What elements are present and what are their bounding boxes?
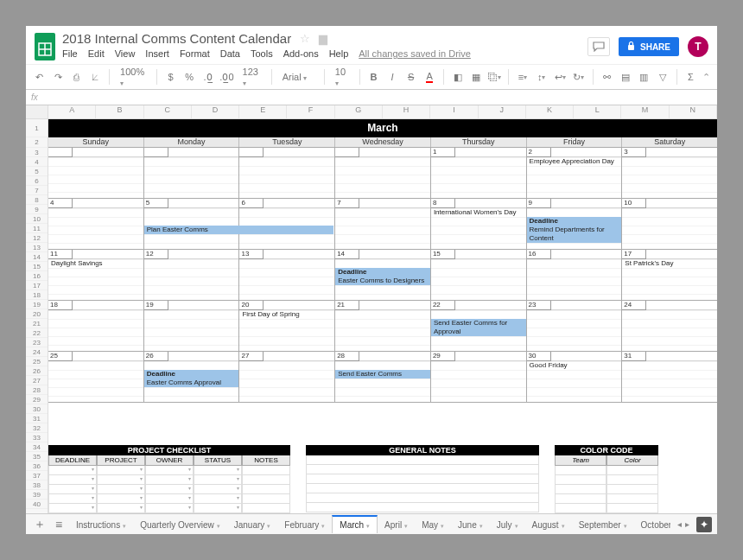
checklist-cell[interactable] (242, 475, 290, 485)
checklist-cell[interactable] (242, 485, 290, 494)
sheet-tab[interactable]: January▾ (227, 516, 278, 533)
row-header[interactable]: 30 (26, 404, 48, 414)
row-header[interactable]: 34 (26, 442, 48, 452)
calendar-event[interactable]: Remind Departments for Content (527, 226, 622, 243)
colorcode-cell[interactable] (606, 494, 658, 504)
menu-view[interactable]: View (115, 48, 136, 59)
row-header[interactable]: 16 (26, 271, 48, 281)
column-header[interactable]: E (239, 105, 287, 118)
column-header[interactable]: B (96, 105, 143, 118)
checklist-cell[interactable] (194, 475, 242, 485)
checklist-cell[interactable] (97, 466, 145, 475)
checklist-cell[interactable] (194, 504, 242, 513)
checklist-cell[interactable] (145, 475, 194, 485)
menu-file[interactable]: File (62, 48, 78, 59)
all-sheets-button[interactable]: ≡ (50, 514, 67, 534)
checklist-cell[interactable] (48, 475, 97, 485)
day-cell[interactable]: 3 (622, 148, 717, 198)
formula-bar[interactable]: fx (26, 90, 717, 105)
checklist-cell[interactable] (97, 485, 145, 494)
day-cell[interactable]: 20First Day of Spring (239, 301, 335, 351)
sheet-tab[interactable]: September▾ (572, 516, 634, 533)
row-header[interactable]: 4 (26, 157, 48, 167)
checklist-cell[interactable] (242, 494, 290, 504)
font-size-select[interactable]: 10 (332, 67, 352, 87)
font-select[interactable]: Arial (279, 72, 317, 82)
checklist-cell[interactable] (48, 494, 97, 504)
checklist-cell[interactable] (242, 504, 290, 513)
undo-button[interactable]: ↶ (33, 69, 47, 85)
paint-format-button[interactable]: ⟀ (89, 69, 103, 85)
row-header[interactable]: 8 (26, 195, 48, 205)
decrease-decimal[interactable]: .0̲ (201, 69, 215, 85)
row-header[interactable]: 13 (26, 243, 48, 252)
column-header[interactable]: I (430, 105, 478, 118)
column-header[interactable]: A (48, 105, 96, 118)
day-cell[interactable]: 27 (239, 352, 335, 402)
column-header[interactable]: G (335, 105, 383, 118)
day-cell[interactable]: 17St Patrick's Day (622, 250, 717, 300)
day-cell[interactable]: 16 (527, 250, 623, 300)
row-header[interactable]: 19 (26, 300, 48, 309)
calendar-event[interactable]: First Day of Spring (239, 310, 334, 319)
colorcode-cell[interactable] (606, 485, 658, 494)
number-format-select[interactable]: 123 (239, 67, 264, 87)
calendar-event[interactable]: Plan Easter Comms (144, 226, 333, 234)
sheet-tab[interactable]: August▾ (525, 516, 572, 533)
checklist-cell[interactable] (145, 504, 194, 513)
day-cell[interactable]: 2Employee Appreciation Day (527, 148, 623, 198)
menu-help[interactable]: Help (329, 48, 349, 59)
day-cell[interactable]: 29 (431, 352, 527, 402)
menu-format[interactable]: Format (180, 48, 210, 59)
column-header[interactable]: D (192, 105, 239, 118)
checklist-cell[interactable] (194, 485, 242, 494)
day-cell[interactable]: 23 (527, 301, 623, 351)
row-header[interactable]: 22 (26, 328, 48, 338)
row-header[interactable]: 26 (26, 366, 48, 376)
row-header[interactable]: 38 (26, 480, 48, 490)
bold-button[interactable]: B (367, 69, 381, 85)
menu-data[interactable]: Data (220, 48, 240, 59)
day-cell[interactable]: 30Good Friday (527, 352, 623, 402)
share-button[interactable]: SHARE (619, 37, 679, 56)
row-header[interactable]: 39 (26, 490, 48, 500)
notes-cell[interactable] (306, 474, 539, 484)
checklist-cell[interactable] (97, 494, 145, 504)
format-percent[interactable]: % (182, 69, 196, 85)
row-header[interactable]: 28 (26, 385, 48, 395)
row-header[interactable]: 6 (26, 176, 48, 186)
checklist-cell[interactable] (145, 466, 194, 475)
day-cell[interactable]: 5Plan Easter Comms (144, 199, 240, 249)
calendar-event[interactable]: International Women's Day (431, 208, 526, 217)
filter-button[interactable]: ▽ (656, 69, 670, 85)
day-cell[interactable]: 21 (335, 301, 431, 351)
saved-status[interactable]: All changes saved in Drive (359, 48, 471, 59)
row-header[interactable]: 31 (26, 414, 48, 423)
calendar-event[interactable]: St Patrick's Day (622, 259, 717, 268)
day-cell[interactable]: 11Daylight Savings (48, 250, 144, 300)
day-cell[interactable]: 14DeadlineEaster Comms to Designers (335, 250, 431, 300)
colorcode-cell[interactable] (606, 504, 658, 513)
calendar-event[interactable]: Employee Appreciation Day (527, 157, 622, 166)
row-header[interactable]: 14 (26, 252, 48, 262)
row-header[interactable]: 40 (26, 500, 48, 509)
row-header[interactable]: 24 (26, 347, 48, 357)
row-header[interactable]: 7 (26, 186, 48, 195)
calendar-event[interactable]: Send Easter Comms (335, 370, 430, 379)
zoom-select[interactable]: 100% (117, 67, 149, 87)
spreadsheet-grid[interactable]: ABCDEFGHIJKLMN 1234567891011121314151617… (26, 105, 717, 513)
day-cell[interactable]: 7 (335, 199, 431, 249)
calendar-event[interactable]: Easter Comms to Designers (335, 277, 430, 285)
checklist-cell[interactable] (194, 466, 242, 475)
fill-color-button[interactable]: ◧ (451, 69, 465, 85)
row-header[interactable]: 18 (26, 290, 48, 300)
day-cell[interactable]: 18 (48, 301, 144, 351)
column-header[interactable]: N (670, 105, 717, 118)
checklist-cell[interactable] (48, 485, 97, 494)
sheet-tab[interactable]: April▾ (378, 516, 415, 533)
day-cell[interactable]: 15 (431, 250, 527, 300)
italic-button[interactable]: I (385, 69, 399, 85)
calendar-event[interactable]: Send Easter Comms for Approval (431, 319, 526, 336)
day-cell[interactable]: 4 (48, 199, 144, 249)
day-cell[interactable] (48, 148, 144, 198)
